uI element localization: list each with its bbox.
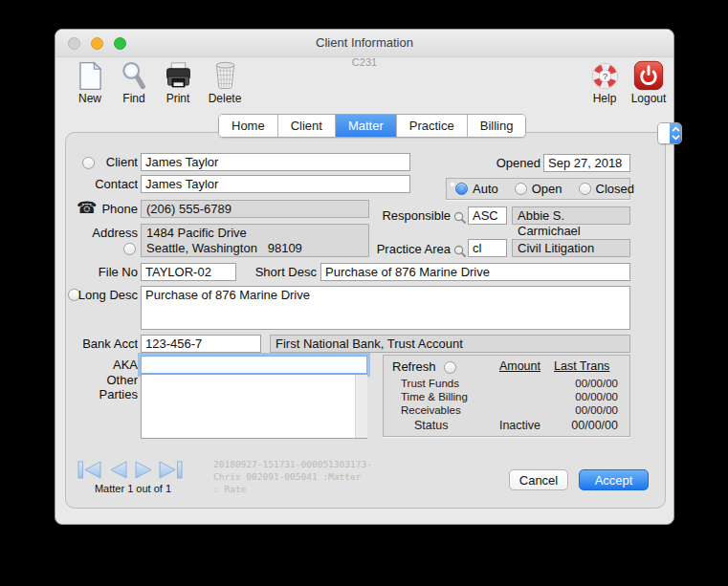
bank-acct-input[interactable] [141, 335, 261, 353]
status-last-trans: 00/00/00 [556, 419, 618, 432]
bank-acct-label: Bank Acct [61, 336, 138, 351]
delete-button[interactable]: Delete [202, 57, 248, 105]
other-parties-scrollbar[interactable] [355, 375, 367, 438]
long-desc-textarea[interactable]: Purchase of 876 Marine Drive [141, 286, 630, 330]
tab-bar: Home Client Matter Practice Billing [218, 114, 526, 138]
phone-label: Phone [61, 202, 138, 216]
phone-field: (206) 555-6789 [141, 200, 369, 218]
practice-area-code-input[interactable] [468, 239, 507, 257]
auto-label: Auto [473, 182, 498, 196]
log-line-3: : Rate [213, 484, 246, 494]
svg-text:?: ? [602, 71, 607, 81]
previous-record-button[interactable] [109, 460, 128, 480]
tab-home[interactable]: Home [219, 115, 278, 137]
status-option-auto[interactable]: Auto [455, 182, 498, 196]
responsible-name-field: Abbie S. Carmichael [512, 206, 630, 225]
record-log-text: 20180927-151731-000051303173- Chris 0020… [213, 458, 372, 495]
trash-icon [202, 57, 248, 91]
tab-billing[interactable]: Billing [468, 115, 526, 137]
responsible-code-input[interactable] [468, 206, 507, 225]
contact-label: Contact [61, 177, 138, 191]
help-lifebuoy-icon: ? [582, 57, 628, 91]
long-desc-label: Long Desc [61, 288, 138, 302]
status-value: Inactive [479, 419, 540, 432]
closed-label: Closed [596, 182, 634, 196]
power-icon [626, 57, 672, 91]
client-information-window: Client Information C231 New Find [55, 29, 674, 525]
record-stepper[interactable] [657, 122, 682, 144]
first-record-button[interactable] [77, 460, 103, 480]
log-line-1: 20180927-151731-000051303173- [213, 459, 372, 469]
printer-icon [155, 57, 201, 91]
accept-button[interactable]: Accept [579, 469, 649, 490]
open-label: Open [532, 182, 563, 196]
bank-name-field: First National Bank, Trust Account [270, 335, 630, 353]
auto-radio[interactable] [455, 183, 468, 195]
last-trans-header: Last Trans [554, 359, 609, 373]
stepper-field [658, 123, 670, 143]
status-option-closed[interactable]: Closed [579, 182, 634, 196]
other-parties-textarea[interactable] [141, 374, 367, 439]
refresh-label: Refresh [392, 359, 436, 374]
client-label: Client [61, 155, 138, 169]
tab-practice[interactable]: Practice [397, 115, 468, 137]
window-title: Client Information [55, 35, 673, 50]
address-line1: 1484 Pacific Drive [146, 226, 364, 241]
receivables-label: Receivables [401, 404, 461, 416]
record-position-label: Matter 1 out of 1 [73, 483, 193, 494]
tab-client[interactable]: Client [278, 115, 336, 137]
address-line2: Seattle, Washington 98109 [146, 241, 364, 256]
status-option-open[interactable]: Open [515, 182, 563, 196]
other-parties-label-line2: Parties [61, 387, 138, 402]
refresh-radio[interactable] [444, 361, 456, 374]
status-label: Status [414, 419, 448, 432]
short-desc-label: Short Desc [240, 265, 317, 279]
practice-area-name-field: Civil Litigation [512, 239, 630, 257]
logout-button[interactable]: Logout [626, 57, 672, 105]
opened-label: Opened [464, 156, 540, 170]
client-input[interactable] [141, 153, 410, 171]
other-parties-label-line1: Other [61, 373, 138, 387]
time-billing-label: Time & Billing [401, 391, 468, 402]
print-button[interactable]: Print [155, 57, 201, 105]
help-button[interactable]: ? Help [582, 57, 628, 105]
balances-panel: Refresh Amount Last Trans Trust Funds 00… [383, 355, 630, 437]
next-record-button[interactable] [134, 460, 153, 480]
tab-matter[interactable]: Matter [336, 115, 397, 137]
log-line-2: Chris 002091-005041 :Matter [213, 471, 361, 482]
address-field: 1484 Pacific Drive Seattle, Washington 9… [141, 224, 369, 257]
aka-label: AKA [61, 358, 138, 372]
file-no-label: File No [61, 265, 138, 279]
trust-funds-label: Trust Funds [401, 378, 459, 389]
responsible-label: Responsible [355, 208, 451, 223]
responsible-lookup-icon[interactable] [453, 210, 466, 223]
time-billing-last-trans: 00/00/00 [559, 391, 618, 402]
address-radio[interactable] [123, 243, 136, 255]
file-no-input[interactable] [141, 263, 236, 281]
cancel-button[interactable]: Cancel [509, 469, 568, 490]
find-button[interactable]: Find [111, 57, 157, 105]
practice-area-label: Practice Area [355, 242, 451, 256]
open-radio[interactable] [515, 183, 527, 195]
last-record-button[interactable] [157, 460, 183, 480]
new-button[interactable]: New [67, 57, 113, 105]
address-label: Address [61, 226, 138, 240]
trust-funds-last-trans: 00/00/00 [559, 378, 618, 389]
new-document-icon [67, 57, 113, 91]
closed-radio[interactable] [579, 183, 591, 195]
amount-header: Amount [483, 359, 540, 373]
magnifier-icon [111, 57, 157, 91]
stepper-arrows-icon[interactable] [670, 123, 681, 143]
practice-area-lookup-icon[interactable] [453, 244, 466, 256]
screen: Client Information C231 New Find [0, 0, 728, 586]
aka-input[interactable] [141, 356, 367, 374]
titlebar: Client Information [55, 30, 673, 57]
opened-date-input[interactable] [543, 154, 630, 172]
matter-status-group: Auto Open Closed [446, 178, 630, 200]
receivables-last-trans: 00/00/00 [559, 404, 618, 416]
short-desc-input[interactable] [320, 263, 630, 281]
contact-input[interactable] [141, 175, 410, 193]
